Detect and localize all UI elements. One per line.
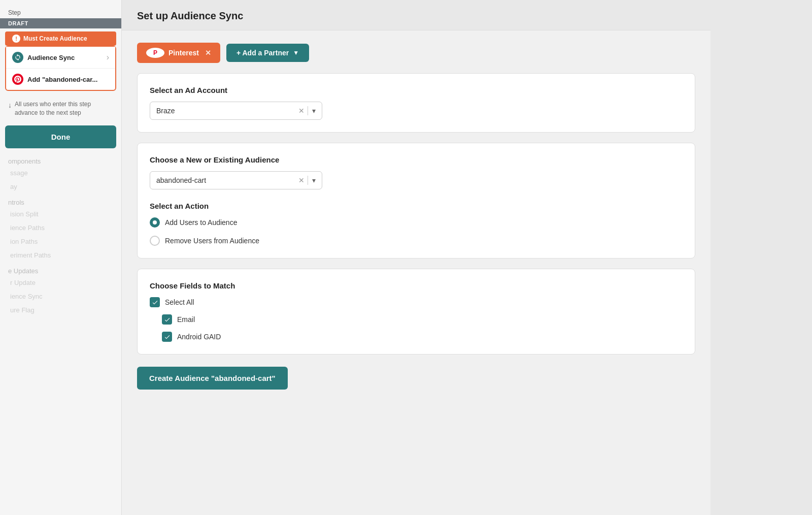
page-title: Set up Audience Sync — [137, 10, 695, 22]
checkbox-select-all-label: Select All — [165, 298, 194, 306]
checkbox-group: Select All Email Android GAID — [150, 297, 683, 342]
audience-label: Choose a New or Existing Audience — [150, 155, 683, 164]
audience-select-divider — [308, 176, 308, 185]
checkbox-email-box[interactable] — [162, 314, 172, 325]
warning-icon: ! — [12, 35, 20, 43]
checkbox-email[interactable]: Email — [150, 314, 683, 325]
must-create-banner: ! Must Create Audience — [5, 31, 116, 46]
pinterest-step-icon — [12, 74, 23, 85]
audience-action-card: Choose a New or Existing Audience abando… — [137, 143, 695, 259]
nav-audience-paths[interactable]: ience Paths — [0, 221, 121, 235]
checkbox-email-label: Email — [177, 315, 195, 324]
nav-user-updates: e Updates — [0, 262, 121, 276]
done-button[interactable]: Done — [5, 125, 116, 148]
nav-delay[interactable]: ay — [0, 180, 121, 194]
sidebar: Step DRAFT ! Must Create Audience Audien… — [0, 0, 122, 515]
step-add-abandoned[interactable]: Add "abandoned-car... — [6, 69, 115, 90]
checkbox-android-gaid-box[interactable] — [162, 332, 172, 342]
create-audience-button[interactable]: Create Audience "abandoned-cart" — [137, 367, 288, 390]
nav-feature-flag[interactable]: ure Flag — [0, 303, 121, 317]
step-audience-sync[interactable]: Audience Sync › — [6, 47, 115, 69]
nav-experiment-paths[interactable]: eriment Paths — [0, 248, 121, 262]
nav-decision-split[interactable]: ision Split — [0, 207, 121, 221]
radio-add-users-circle[interactable] — [150, 217, 160, 228]
pinterest-remove-icon[interactable]: ✕ — [205, 49, 211, 57]
nav-message[interactable]: ssage — [0, 166, 121, 180]
add-partner-label: + Add a Partner — [236, 49, 289, 57]
main-body: P Pinterest ✕ + Add a Partner ▼ Select a… — [122, 30, 710, 402]
pinterest-button[interactable]: P Pinterest ✕ — [137, 43, 220, 63]
ad-account-clear-icon[interactable]: ✕ — [298, 107, 304, 115]
radio-remove-users-circle[interactable] — [150, 236, 160, 246]
ad-account-label: Select an Ad Account — [150, 86, 683, 94]
select-divider — [308, 106, 308, 115]
action-label: Select an Action — [150, 202, 683, 210]
audience-sync-label: Audience Sync — [27, 54, 75, 61]
radio-remove-users-label: Remove Users from Audience — [165, 237, 259, 245]
radio-remove-users[interactable]: Remove Users from Audience — [150, 236, 683, 246]
fields-card: Choose Fields to Match Select All Email — [137, 269, 695, 355]
add-abandoned-label: Add "abandoned-car... — [27, 76, 97, 83]
must-create-label: Must Create Audience — [23, 35, 87, 42]
checkbox-select-all-box[interactable] — [150, 297, 160, 307]
advance-text: ↓ All users who enter this step advance … — [0, 96, 121, 121]
nav-components: omponents — [0, 152, 121, 166]
audience-chevron-icon[interactable]: ▾ — [312, 176, 316, 184]
steps-box: Audience Sync › Add "abandoned-car... — [5, 46, 116, 91]
chevron-down-icon: ▼ — [293, 49, 299, 56]
radio-add-users[interactable]: Add Users to Audience — [150, 217, 683, 228]
down-arrow-icon: ↓ — [8, 101, 12, 111]
ad-account-value: Braze — [156, 107, 298, 115]
step-chevron: › — [107, 53, 109, 62]
add-partner-button[interactable]: + Add a Partner ▼ — [226, 44, 309, 62]
right-faded-panel — [710, 0, 812, 515]
checkbox-android-gaid[interactable]: Android GAID — [150, 332, 683, 342]
ad-account-card: Select an Ad Account Braze ✕ ▾ — [137, 73, 695, 133]
fields-label: Choose Fields to Match — [150, 281, 683, 290]
pinterest-logo: P — [146, 48, 164, 58]
main-content: Set up Audience Sync P Pinterest ✕ + Add… — [122, 0, 710, 515]
sync-icon — [12, 52, 23, 63]
audience-value: abandoned-cart — [156, 176, 298, 184]
action-radio-group: Add Users to Audience Remove Users from … — [150, 217, 683, 246]
checkbox-select-all[interactable]: Select All — [150, 297, 683, 307]
audience-clear-icon[interactable]: ✕ — [298, 176, 304, 184]
step-label: Step — [0, 5, 121, 18]
nav-audience-sync[interactable]: ience Sync — [0, 289, 121, 303]
draft-badge: DRAFT — [0, 18, 121, 28]
audience-select[interactable]: abandoned-cart ✕ ▾ — [150, 171, 322, 189]
nav-user-update[interactable]: r Update — [0, 276, 121, 289]
nav-controls: ntrols — [0, 194, 121, 207]
nav-action-paths[interactable]: ion Paths — [0, 235, 121, 248]
main-header: Set up Audience Sync — [122, 0, 710, 30]
checkbox-android-gaid-label: Android GAID — [177, 333, 221, 341]
partner-row: P Pinterest ✕ + Add a Partner ▼ — [137, 43, 695, 63]
radio-add-users-label: Add Users to Audience — [165, 218, 237, 227]
select-chevron-icon[interactable]: ▾ — [312, 107, 316, 115]
ad-account-select[interactable]: Braze ✕ ▾ — [150, 102, 322, 120]
